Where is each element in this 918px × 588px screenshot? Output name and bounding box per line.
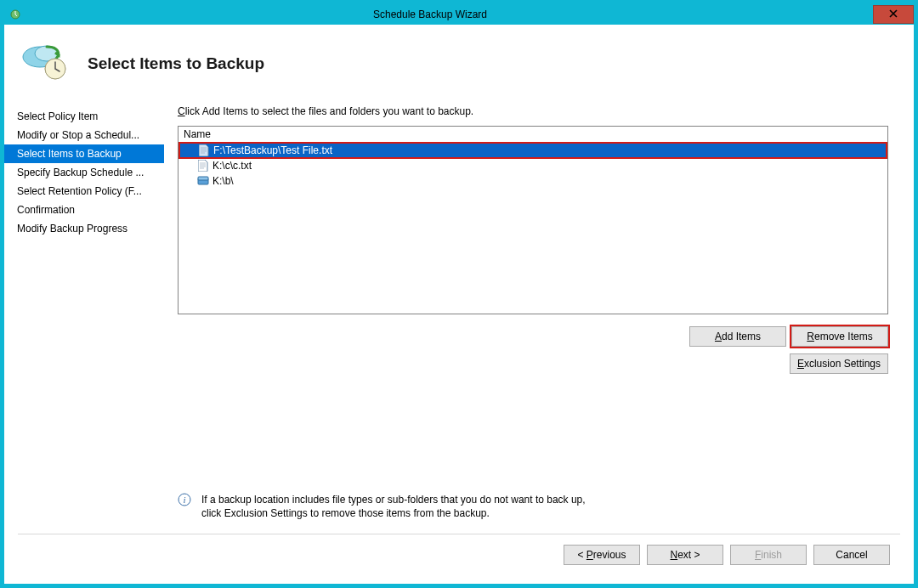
next-button[interactable]: Next > xyxy=(647,545,723,565)
sidebar-item-step-2[interactable]: Select Items to Backup xyxy=(4,144,164,163)
previous-button[interactable]: < Previous xyxy=(564,545,640,565)
svg-text:i: i xyxy=(183,495,185,505)
titlebar: Schedule Backup Wizard xyxy=(4,4,914,25)
close-icon xyxy=(889,8,898,20)
sidebar-item-step-1[interactable]: Modify or Stop a Schedul... xyxy=(4,126,164,144)
instruction-text: Click Add Items to select the files and … xyxy=(178,105,888,117)
window-title: Schedule Backup Wizard xyxy=(0,8,873,20)
sidebar-item-step-4[interactable]: Select Retention Policy (F... xyxy=(4,182,164,201)
add-items-button[interactable]: Add Items xyxy=(689,326,786,347)
main-panel: Click Add Items to select the files and … xyxy=(164,105,914,534)
list-column-header[interactable]: Name xyxy=(178,127,887,143)
page-header: Select Items to Backup xyxy=(4,25,914,105)
list-item[interactable]: F:\TestBackup\Test File.txt xyxy=(179,143,887,158)
list-item[interactable]: K:\c\c.txt xyxy=(178,158,887,173)
list-item-label: F:\TestBackup\Test File.txt xyxy=(213,144,332,156)
sidebar-item-step-5[interactable]: Confirmation xyxy=(4,201,164,219)
exclusion-settings-button[interactable]: Exclusion Settings xyxy=(790,353,888,374)
list-item-label: K:\c\c.txt xyxy=(212,160,252,172)
info-icon: i xyxy=(178,493,191,520)
file-icon xyxy=(197,160,209,172)
wizard-icon xyxy=(21,42,72,85)
info-row: i If a backup location includes file typ… xyxy=(178,488,888,534)
wizard-steps-sidebar: Select Policy ItemModify or Stop a Sched… xyxy=(4,105,164,534)
sidebar-item-step-6[interactable]: Modify Backup Progress xyxy=(4,219,164,238)
remove-items-button[interactable]: Remove Items xyxy=(791,326,888,347)
cancel-button[interactable]: Cancel xyxy=(813,545,890,565)
finish-button: Finish xyxy=(730,545,807,565)
svg-rect-6 xyxy=(198,177,208,180)
page-title: Select Items to Backup xyxy=(88,54,264,73)
list-item[interactable]: K:\b\ xyxy=(178,173,887,189)
wizard-footer: < Previous Next > Finish Cancel xyxy=(4,534,914,584)
sidebar-item-step-0[interactable]: Select Policy Item xyxy=(4,107,164,126)
sidebar-item-step-3[interactable]: Specify Backup Schedule ... xyxy=(4,163,164,182)
close-button[interactable] xyxy=(873,5,914,24)
app-window: Schedule Backup Wizard Select Items to B… xyxy=(0,0,918,588)
list-item-label: K:\b\ xyxy=(212,175,234,187)
drive-icon xyxy=(197,175,209,187)
items-listbox[interactable]: Name F:\TestBackup\Test File.txtK:\c\c.t… xyxy=(178,126,888,314)
info-text: If a backup location includes file types… xyxy=(201,493,601,520)
file-icon xyxy=(198,144,210,156)
